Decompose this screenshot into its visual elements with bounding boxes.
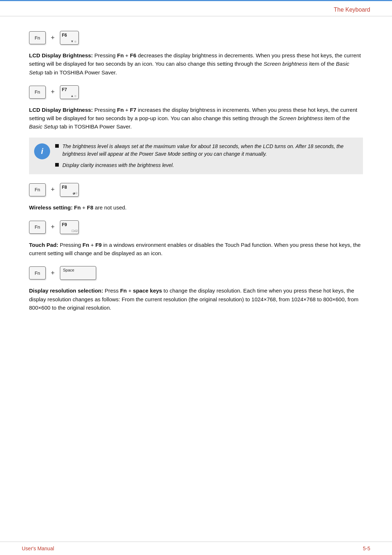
key-fn-2: Fn: [29, 86, 46, 99]
key-fn-3: Fn: [29, 183, 46, 196]
key-f8: F8 ◕⦾: [60, 183, 79, 197]
info-icon: i: [34, 143, 50, 159]
key-row-fn-f7: Fn + F7 ▲☼: [29, 85, 363, 99]
key-fn-1: Fn: [29, 31, 46, 44]
footer: User's Manual 5-5: [0, 542, 392, 555]
basic-setup-italic-2: Basic Setup: [29, 123, 58, 130]
f7-label: F7: [62, 87, 67, 92]
info-text-2: Display clarity increases with the brigh…: [62, 162, 174, 169]
para-fn-f9: Touch Pad: Pressing Fn + F9 in a windows…: [29, 241, 363, 258]
fn-label-5: Fn: [34, 270, 40, 276]
info-box: i The brightness level is always set at …: [29, 138, 363, 174]
lcd-brightness-label-2: LCD Display Brightness:: [29, 107, 93, 113]
f9-label: F9: [62, 222, 67, 227]
display-resolution-label: Display resolution selection:: [29, 287, 103, 294]
f6-label: F6: [62, 33, 67, 38]
screen-brightness-italic-1: Screen brightness: [264, 61, 307, 67]
footer-left: User's Manual: [22, 546, 54, 551]
plus-3: +: [51, 186, 55, 193]
key-space: Space: [60, 266, 96, 280]
info-icon-letter: i: [41, 147, 43, 156]
plus-4: +: [51, 223, 55, 231]
plus-1: +: [51, 34, 55, 42]
key-f9: F9 ☐/☑: [60, 220, 79, 234]
section-fn-f9: Touch Pad: Pressing Fn + F9 in a windows…: [29, 241, 363, 258]
para-fn-f6: LCD Display Brightness: Pressing Fn + F6…: [29, 51, 363, 77]
bullet-1: [55, 144, 59, 148]
section-fn-f8: Wireless setting: Fn + F8 are not used.: [29, 203, 363, 212]
f9-text: F9: [95, 242, 102, 248]
fn-text-5: Fn: [120, 287, 127, 294]
lcd-brightness-label-1: LCD Display Brightness:: [29, 52, 93, 58]
section-fn-space: Display resolution selection: Press Fn +…: [29, 286, 363, 312]
touchpad-label: Touch Pad:: [29, 242, 58, 248]
content: Fn + F6 ▼☼ LCD Display Brightness: Press…: [0, 16, 392, 335]
f8-icon: ◕⦾: [73, 192, 77, 195]
info-item-1: The brightness level is always set at th…: [55, 143, 357, 158]
key-fn-4: Fn: [29, 221, 46, 234]
key-row-fn-f9: Fn + F9 ☐/☑: [29, 220, 363, 234]
fn-text-1: Fn: [117, 52, 124, 58]
para-fn-space: Display resolution selection: Press Fn +…: [29, 286, 363, 312]
f9-icon: ☐/☑: [72, 229, 77, 233]
key-f7: F7 ▲☼: [60, 85, 79, 99]
f6-text: F6: [130, 52, 136, 58]
para-fn-f7: LCD Display Brightness: Pressing Fn + F7…: [29, 106, 363, 131]
top-border: [0, 0, 392, 1]
fn-text-4: Fn: [82, 242, 89, 248]
section-fn-f7: LCD Display Brightness: Pressing Fn + F7…: [29, 106, 363, 174]
key-row-fn-f6: Fn + F6 ▼☼: [29, 31, 363, 45]
header-title: The Keyboard: [334, 7, 370, 13]
fn-label-3: Fn: [34, 187, 40, 192]
f8-label: F8: [62, 185, 67, 190]
fn-text-3: Fn: [74, 204, 81, 211]
space-text: space keys: [133, 287, 162, 294]
fn-text-2: Fn: [117, 107, 124, 113]
info-content: The brightness level is always set at th…: [55, 143, 357, 169]
info-text-1: The brightness level is always set at th…: [62, 143, 357, 158]
info-item-2: Display clarity increases with the brigh…: [55, 162, 357, 169]
wireless-label: Wireless setting:: [29, 204, 73, 211]
f7-icon: ▲☼: [70, 94, 77, 98]
space-label: Space: [63, 268, 74, 272]
key-f6: F6 ▼☼: [60, 31, 79, 45]
section-fn-f6: LCD Display Brightness: Pressing Fn + F6…: [29, 51, 363, 77]
f7-text: F7: [130, 107, 136, 113]
plus-2: +: [51, 88, 55, 96]
f8-text: F8: [87, 204, 94, 211]
f6-icon: ▼☼: [70, 40, 77, 43]
para-fn-f8: Wireless setting: Fn + F8 are not used.: [29, 203, 363, 212]
fn-label-4: Fn: [34, 224, 40, 230]
bullet-2: [55, 163, 59, 167]
key-row-fn-space: Fn + Space: [29, 266, 363, 280]
page: The Keyboard Fn + F6 ▼☼ LCD Display Brig…: [0, 0, 392, 555]
plus-5: +: [51, 269, 55, 277]
key-fn-5: Fn: [29, 266, 46, 279]
fn-label-2: Fn: [34, 89, 40, 95]
key-row-fn-f8: Fn + F8 ◕⦾: [29, 183, 363, 197]
screen-brightness-italic-2: Screen brightness: [279, 115, 323, 121]
fn-label-1: Fn: [34, 35, 40, 41]
footer-right: 5-5: [363, 546, 370, 551]
header: The Keyboard: [0, 0, 392, 16]
